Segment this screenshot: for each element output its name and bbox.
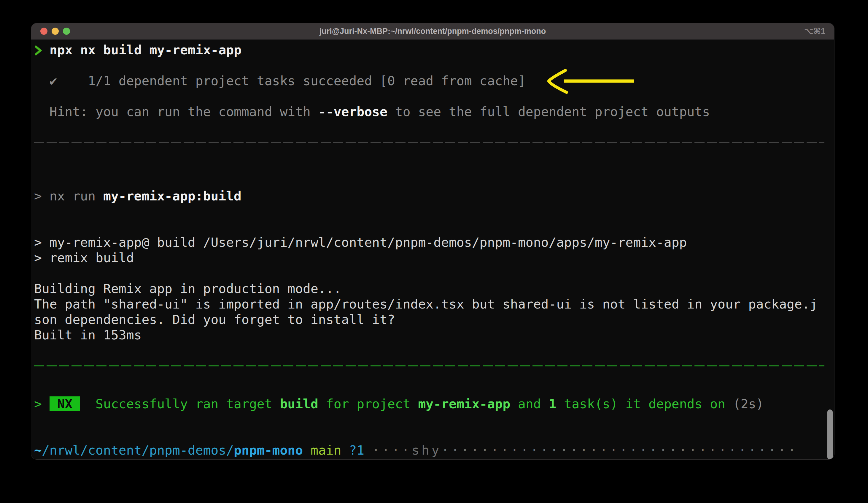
terminal-cursor xyxy=(50,459,57,460)
remix-build-line: > remix build xyxy=(34,250,834,265)
tasks-succeeded-text: ✔ 1/1 dependent project tasks succeeded … xyxy=(34,73,526,88)
blank-line xyxy=(34,58,834,73)
prompt-dir: pnpm-mono xyxy=(234,443,303,457)
separator-green xyxy=(34,365,824,366)
git-branch: main xyxy=(311,443,341,457)
terminal-window: juri@Juri-Nx-MBP:~/nrwl/content/pnpm-dem… xyxy=(31,23,835,460)
nx-success-line: > NX Successfully ran target build for p… xyxy=(34,396,834,412)
import-warning-text-1: The path "shared-ui" is imported in app/… xyxy=(34,296,818,311)
nx-run-line: > nx run my-remix-app:build xyxy=(34,188,834,204)
tab-shortcut-label: ⌥⌘1 xyxy=(804,23,825,40)
blank-line xyxy=(34,219,834,234)
text-segment xyxy=(303,443,311,457)
package-build-line: > my-remix-app@ build /Users/juri/nrwl/c… xyxy=(34,234,834,250)
success-text-5: it depends on xyxy=(626,396,733,411)
window-titlebar[interactable]: juri@Juri-Nx-MBP:~/nrwl/content/pnpm-dem… xyxy=(31,23,834,40)
success-prefix: > xyxy=(34,396,50,411)
success-task-count: 1 xyxy=(549,396,557,411)
prompt-filler: ····shy·································… xyxy=(372,443,798,457)
building-text: Building Remix app in production mode... xyxy=(34,281,341,296)
prompt-path-line: ~/nrwl/content/pnpm-demos/pnpm-mono main… xyxy=(34,442,834,458)
nx-badge: NX xyxy=(50,396,80,411)
terminal-content[interactable]: npx nx build my-remix-app ✔ 1/1 dependen… xyxy=(31,40,834,460)
blank-line xyxy=(34,412,834,427)
command-text: npx nx build my-remix-app xyxy=(42,42,241,57)
prompt-home: ~ xyxy=(34,443,42,457)
building-line: Building Remix app in production mode... xyxy=(34,281,834,296)
prompt-chevron-icon xyxy=(34,45,42,56)
window-title: juri@Juri-Nx-MBP:~/nrwl/content/pnpm-dem… xyxy=(31,23,834,40)
scrollbar-thumb[interactable] xyxy=(827,410,833,460)
blank-line xyxy=(34,265,834,281)
text-segment xyxy=(42,458,50,460)
separator-gray xyxy=(34,142,834,157)
blank-line xyxy=(34,381,834,396)
prompt-path: /nrwl/content/pnpm-demos/ xyxy=(42,443,234,457)
success-project: my-remix-app xyxy=(418,396,510,411)
yellow-arrow-annotation xyxy=(546,69,638,97)
tasks-succeeded-line: ✔ 1/1 dependent project tasks succeeded … xyxy=(34,73,834,89)
built-time-line: Built in 153ms xyxy=(34,327,834,343)
blank-line xyxy=(34,204,834,219)
hint-text-2: to see the full dependent project output… xyxy=(388,104,710,119)
blank-line xyxy=(34,89,834,104)
hint-line: Hint: you can run the command with --ver… xyxy=(34,104,834,119)
separator-green xyxy=(34,365,834,381)
text-segment xyxy=(341,443,349,457)
blank-line xyxy=(34,427,834,442)
import-warning-line-1: The path "shared-ui" is imported in app/… xyxy=(34,296,834,312)
verbose-flag: --verbose xyxy=(318,104,388,119)
blank-line xyxy=(34,119,834,135)
hint-text: Hint: you can run the command with xyxy=(34,104,318,119)
nx-run-target: my-remix-app:build xyxy=(103,189,241,203)
success-text-3: and xyxy=(510,396,548,411)
blank-line xyxy=(34,343,834,358)
text-segment xyxy=(364,443,372,457)
import-warning-text-2: son dependencies. Did you forget to inst… xyxy=(34,312,395,327)
success-target: build xyxy=(280,396,318,411)
import-warning-line-2: son dependencies. Did you forget to inst… xyxy=(34,312,834,327)
package-build-text: > my-remix-app@ build /Users/juri/nrwl/c… xyxy=(34,235,687,250)
separator-gray xyxy=(34,142,824,143)
built-time-text: Built in 153ms xyxy=(34,328,142,342)
blank-line xyxy=(34,173,834,188)
success-duration: (2s) xyxy=(733,396,764,411)
success-text-2: for project xyxy=(318,396,418,411)
success-text-1: Successfully ran target xyxy=(80,396,280,411)
blank-line xyxy=(34,157,834,173)
prompt-input-line xyxy=(34,458,834,460)
nx-run-prefix: > nx run xyxy=(34,189,103,203)
remix-build-text: > remix build xyxy=(34,250,134,265)
git-status: ?1 xyxy=(349,443,364,457)
success-text-4: task(s) xyxy=(556,396,626,411)
command-line: npx nx build my-remix-app xyxy=(34,42,834,58)
